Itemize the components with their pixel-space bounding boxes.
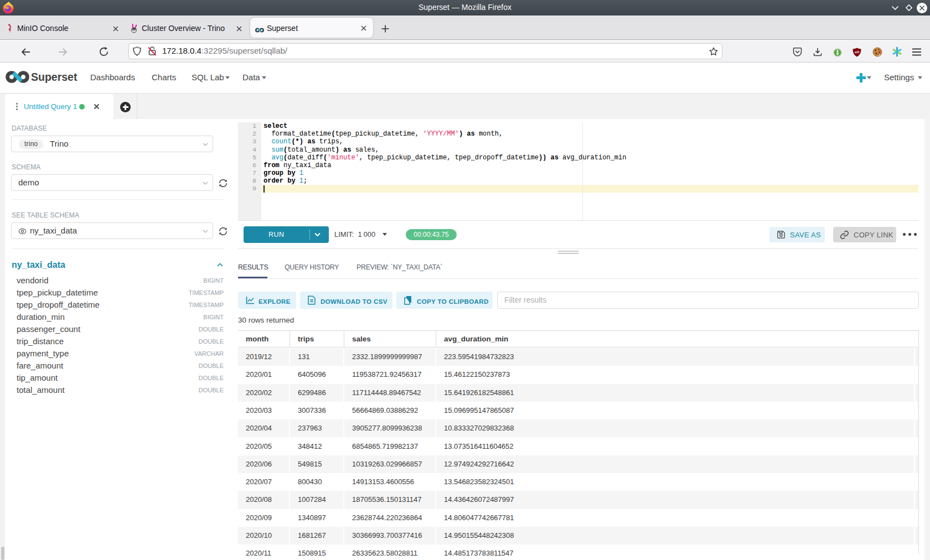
svg-text:uO: uO (855, 50, 860, 54)
